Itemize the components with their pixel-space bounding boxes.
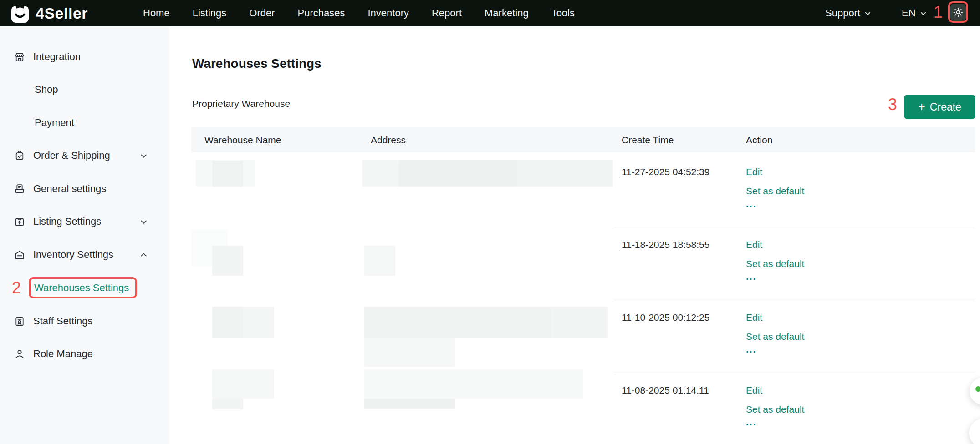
id-badge-icon xyxy=(14,315,26,327)
support-menu[interactable]: Support xyxy=(825,0,872,26)
row-divider xyxy=(614,300,975,300)
more-actions-link[interactable]: ... xyxy=(746,417,757,428)
language-selector[interactable]: EN xyxy=(902,0,927,26)
redacted-content xyxy=(364,369,583,399)
column-header-warehouse-name: Warehouse Name xyxy=(204,127,281,152)
redacted-content xyxy=(212,307,243,338)
create-time-cell: 11-08-2025 01:14:11 xyxy=(622,385,709,396)
sidebar-item-label: Listing Settings xyxy=(33,216,101,227)
4seller-logo-icon xyxy=(10,2,30,24)
nav-order[interactable]: Order xyxy=(249,7,275,19)
set-as-default-link[interactable]: Set as default xyxy=(746,186,804,197)
chevron-down-icon xyxy=(139,217,148,226)
redacted-content xyxy=(212,369,274,399)
annotation-number-1: 1 xyxy=(931,4,945,20)
annotation-number-3: 3 xyxy=(884,96,901,113)
top-navigation-bar: 4Seller Home Listings Order Purchases In… xyxy=(0,0,980,26)
row-divider xyxy=(614,373,975,373)
column-header-action: Action xyxy=(746,127,772,152)
nav-purchases[interactable]: Purchases xyxy=(298,7,345,19)
redacted-content xyxy=(212,246,243,276)
app-window: 4Seller Home Listings Order Purchases In… xyxy=(0,0,980,444)
sidebar-item-label: Order & Shipping xyxy=(33,150,110,161)
redacted-content xyxy=(364,338,455,367)
sidebar-item-listing-settings[interactable]: Listing Settings xyxy=(0,212,168,232)
redacted-content xyxy=(243,307,274,338)
edit-link[interactable]: Edit xyxy=(746,166,762,177)
printer-icon xyxy=(14,183,26,195)
sidebar-item-label: Payment xyxy=(35,117,74,129)
more-actions-link[interactable]: ... xyxy=(746,198,757,209)
chevron-down-icon xyxy=(919,10,927,17)
plus-icon: + xyxy=(918,101,925,113)
sidebar-item-order-shipping[interactable]: Order & Shipping xyxy=(0,146,168,166)
edit-link[interactable]: Edit xyxy=(746,312,762,323)
redacted-content xyxy=(364,307,551,338)
create-warehouse-button[interactable]: + Create xyxy=(904,95,975,119)
brand-logo[interactable]: 4Seller xyxy=(10,2,88,24)
brand-name: 4Seller xyxy=(36,5,88,22)
redacted-content xyxy=(399,160,517,187)
sidebar-item-label: Role Manage xyxy=(33,348,93,360)
sidebar-item-payment[interactable]: Payment xyxy=(0,113,168,133)
sidebar-item-label: Inventory Settings xyxy=(33,249,113,261)
nav-marketing[interactable]: Marketing xyxy=(485,7,529,19)
sidebar-item-label: Shop xyxy=(35,84,58,96)
column-header-create-time: Create Time xyxy=(622,127,674,152)
warehouse-icon xyxy=(14,249,26,261)
sidebar-item-staff-settings[interactable]: Staff Settings xyxy=(0,311,168,331)
nav-home[interactable]: Home xyxy=(143,7,170,19)
create-time-cell: 11-18-2025 18:58:55 xyxy=(622,239,709,250)
redacted-content xyxy=(364,399,455,409)
top-nav: Home Listings Order Purchases Inventory … xyxy=(143,0,575,26)
edit-link[interactable]: Edit xyxy=(746,385,762,396)
user-icon xyxy=(14,348,26,360)
annotation-box-1 xyxy=(948,1,968,23)
chevron-down-icon xyxy=(139,151,148,160)
annotation-box-2 xyxy=(29,277,137,298)
annotation-number-2: 2 xyxy=(8,280,25,296)
more-actions-link[interactable]: ... xyxy=(746,344,757,355)
sidebar-item-label: Staff Settings xyxy=(33,315,92,327)
create-time-cell: 11-10-2025 00:12:25 xyxy=(622,312,709,323)
create-time-cell: 11-27-2025 04:52:39 xyxy=(622,166,709,177)
language-label: EN xyxy=(902,7,916,19)
nav-listings[interactable]: Listings xyxy=(193,7,227,19)
support-label: Support xyxy=(825,7,860,19)
nav-inventory[interactable]: Inventory xyxy=(368,7,409,19)
set-as-default-link[interactable]: Set as default xyxy=(746,258,804,269)
nav-tools[interactable]: Tools xyxy=(551,7,575,19)
chevron-down-icon xyxy=(864,10,872,17)
more-actions-link[interactable]: ... xyxy=(746,271,757,282)
chat-status-dot xyxy=(975,386,980,392)
sidebar-item-inventory-settings[interactable]: Inventory Settings xyxy=(0,245,168,265)
redacted-content xyxy=(212,161,243,187)
settings-sidebar: Integration Shop Payment Order & Shippin… xyxy=(0,26,168,444)
sidebar-item-integration[interactable]: Integration xyxy=(0,47,168,67)
order-shipping-icon xyxy=(14,150,26,161)
redacted-content xyxy=(212,399,243,409)
redacted-content xyxy=(551,307,608,338)
sidebar-item-general-settings[interactable]: General settings xyxy=(0,179,168,199)
column-header-address: Address xyxy=(371,127,406,152)
storefront-icon xyxy=(14,51,26,63)
sidebar-item-role-manage[interactable]: Role Manage xyxy=(0,344,168,364)
nav-report[interactable]: Report xyxy=(432,7,462,19)
set-as-default-link[interactable]: Set as default xyxy=(746,331,804,342)
redacted-content xyxy=(364,246,395,276)
sidebar-item-shop[interactable]: Shop xyxy=(0,80,168,100)
redacted-content xyxy=(362,160,399,187)
section-title: Proprietary Warehouse xyxy=(192,98,290,109)
edit-link[interactable]: Edit xyxy=(746,239,762,250)
table-header: Warehouse Name Address Create Time Actio… xyxy=(191,127,975,152)
chevron-up-icon xyxy=(139,251,148,259)
set-as-default-link[interactable]: Set as default xyxy=(746,404,804,415)
row-divider xyxy=(614,227,975,227)
page-title: Warehouses Settings xyxy=(192,56,322,71)
create-button-label: Create xyxy=(930,101,961,113)
redacted-content xyxy=(517,160,613,187)
sidebar-item-label: General settings xyxy=(33,183,106,195)
sidebar-item-label: Integration xyxy=(33,51,81,63)
listing-box-icon xyxy=(14,216,26,227)
